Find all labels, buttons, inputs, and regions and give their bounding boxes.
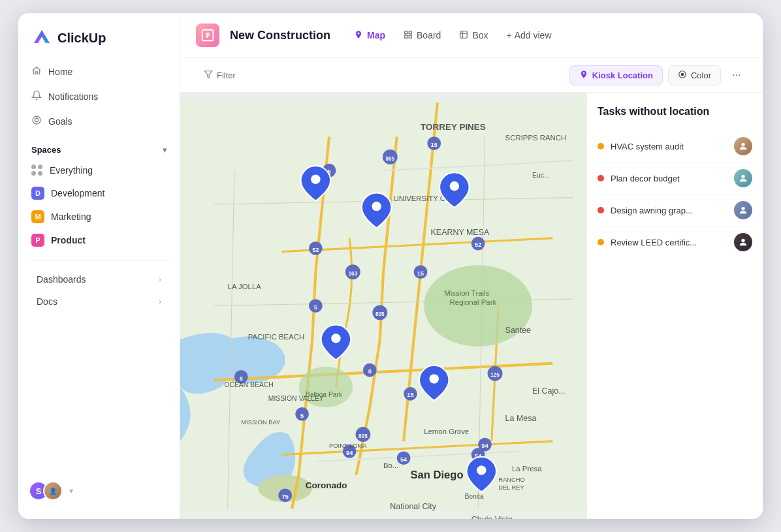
task-avatar bbox=[734, 233, 752, 251]
task-status-dot bbox=[598, 175, 604, 181]
task-name: HVAC system audit bbox=[611, 142, 727, 151]
more-options-button[interactable]: ··· bbox=[726, 65, 747, 86]
sidebar-item-marketing-label: Marketing bbox=[51, 211, 91, 222]
svg-text:POINT LOMA: POINT LOMA bbox=[329, 443, 367, 449]
sidebar-item-docs[interactable]: Docs › bbox=[24, 291, 174, 312]
sidebar-item-home[interactable]: Home bbox=[24, 60, 174, 84]
tab-map-label: Map bbox=[367, 30, 385, 40]
svg-point-101 bbox=[741, 207, 744, 210]
filter-label: Filter bbox=[217, 70, 236, 80]
sidebar-item-everything-label: Everything bbox=[50, 165, 93, 176]
map-area[interactable]: Mission Trails Regional Park Balboa Park… bbox=[180, 93, 586, 519]
sidebar-item-product[interactable]: P Product bbox=[24, 229, 174, 251]
svg-text:54: 54 bbox=[400, 456, 407, 463]
more-icon: ··· bbox=[732, 69, 741, 81]
svg-rect-7 bbox=[405, 31, 407, 33]
kiosk-location-button[interactable]: Kiosk Location bbox=[569, 65, 663, 86]
box-tab-icon bbox=[459, 30, 468, 41]
sidebar-item-everything[interactable]: Everything bbox=[24, 160, 174, 181]
svg-text:Bo...: Bo... bbox=[383, 462, 398, 469]
task-status-dot bbox=[598, 239, 604, 245]
development-avatar: D bbox=[31, 187, 44, 200]
svg-text:Lemon Grove: Lemon Grove bbox=[424, 428, 469, 435]
svg-point-99 bbox=[741, 143, 744, 146]
svg-point-95 bbox=[450, 181, 460, 191]
sidebar-item-goals[interactable]: Goals bbox=[24, 110, 174, 133]
svg-marker-14 bbox=[204, 70, 212, 78]
svg-text:Regional Park: Regional Park bbox=[450, 298, 497, 306]
avatar-chevron-icon[interactable]: ▾ bbox=[69, 486, 73, 495]
svg-text:5: 5 bbox=[314, 304, 317, 311]
svg-text:5: 5 bbox=[300, 413, 304, 419]
svg-point-97 bbox=[429, 374, 439, 384]
everything-icon bbox=[31, 164, 43, 176]
dashboards-chevron-icon: › bbox=[159, 275, 161, 284]
project-title: New Construction bbox=[230, 29, 330, 42]
color-label: Color bbox=[691, 70, 711, 80]
task-name: Review LEED certific... bbox=[611, 238, 727, 247]
add-view-button[interactable]: + Add view bbox=[499, 26, 560, 44]
location-pin-icon bbox=[579, 70, 588, 81]
tab-board-label: Board bbox=[417, 30, 441, 40]
svg-text:805: 805 bbox=[385, 155, 394, 162]
svg-text:15: 15 bbox=[407, 392, 413, 398]
sidebar-nav: Home Notifications Goals bbox=[18, 60, 180, 134]
task-avatar bbox=[734, 169, 752, 187]
filter-button[interactable]: Filter bbox=[196, 67, 244, 84]
task-item[interactable]: HVAC system audit bbox=[598, 131, 752, 163]
svg-text:LA JOLLA: LA JOLLA bbox=[228, 283, 262, 290]
sidebar-item-dashboards[interactable]: Dashboards › bbox=[24, 269, 174, 290]
svg-text:Bonita: Bonita bbox=[464, 493, 484, 500]
user-avatar-2[interactable]: 👤 bbox=[43, 481, 63, 501]
svg-text:RANCHO: RANCHO bbox=[498, 477, 524, 483]
sidebar-footer: S 👤 ▾ bbox=[18, 473, 180, 509]
svg-text:Coronado: Coronado bbox=[306, 480, 347, 490]
spaces-chevron-icon[interactable]: ▾ bbox=[163, 146, 167, 155]
svg-text:La Mesa: La Mesa bbox=[505, 414, 537, 423]
task-avatar bbox=[734, 137, 752, 155]
svg-text:TORREY PINES: TORREY PINES bbox=[421, 122, 486, 132]
sidebar-item-marketing[interactable]: M Marketing bbox=[24, 206, 174, 228]
clickup-logo-icon bbox=[31, 27, 52, 48]
app-shell: ClickUp Home Notifications Goals bbox=[18, 13, 763, 519]
svg-point-96 bbox=[331, 334, 341, 343]
tab-box[interactable]: Box bbox=[451, 26, 496, 45]
svg-point-16 bbox=[681, 72, 684, 76]
sidebar-item-notifications[interactable]: Notifications bbox=[24, 85, 174, 108]
svg-text:805: 805 bbox=[375, 311, 385, 317]
svg-text:94: 94 bbox=[346, 450, 353, 456]
task-avatar bbox=[734, 201, 752, 219]
svg-point-100 bbox=[741, 175, 744, 178]
sidebar-item-development-label: Development bbox=[51, 188, 105, 198]
svg-text:San Diego: San Diego bbox=[410, 469, 463, 481]
svg-text:8: 8 bbox=[368, 368, 372, 375]
task-item[interactable]: Design awning grap... bbox=[598, 195, 752, 227]
home-icon bbox=[31, 65, 42, 78]
svg-point-4 bbox=[35, 118, 38, 121]
tab-map[interactable]: Map bbox=[346, 26, 393, 45]
svg-text:Santee: Santee bbox=[505, 326, 532, 335]
sidebar-divider bbox=[29, 260, 169, 261]
svg-text:DEL REY: DEL REY bbox=[498, 484, 524, 491]
svg-text:15: 15 bbox=[417, 270, 424, 277]
color-button[interactable]: Color bbox=[668, 65, 721, 86]
svg-text:Mission Trails: Mission Trails bbox=[444, 289, 489, 297]
svg-rect-9 bbox=[405, 35, 407, 38]
color-icon bbox=[678, 70, 687, 81]
map-svg: Mission Trails Regional Park Balboa Park… bbox=[180, 93, 586, 519]
svg-text:75: 75 bbox=[281, 493, 288, 500]
sidebar-item-product-label: Product bbox=[51, 235, 86, 245]
svg-text:805: 805 bbox=[359, 433, 368, 439]
svg-text:OCEAN BEACH: OCEAN BEACH bbox=[224, 381, 273, 388]
logo-text: ClickUp bbox=[57, 31, 106, 46]
sidebar-item-docs-label: Docs bbox=[37, 296, 57, 307]
task-item[interactable]: Review LEED certific... bbox=[598, 227, 752, 258]
filter-icon bbox=[204, 70, 213, 81]
view-tabs: Map Board Box + Add view bbox=[346, 26, 559, 45]
svg-text:PACIFIC BEACH: PACIFIC BEACH bbox=[248, 333, 305, 341]
tab-board[interactable]: Board bbox=[396, 26, 449, 45]
sidebar-item-development[interactable]: D Development bbox=[24, 182, 174, 204]
svg-point-94 bbox=[311, 174, 321, 184]
task-item[interactable]: Plan decor budget bbox=[598, 163, 752, 195]
svg-text:52: 52 bbox=[475, 242, 481, 248]
